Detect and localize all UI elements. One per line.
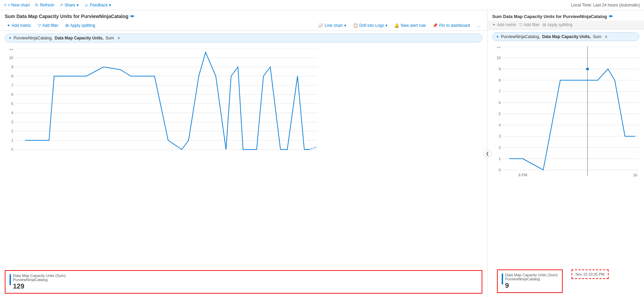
right-tooltip-bar <box>502 274 503 284</box>
svg-text:8: 8 <box>499 78 501 82</box>
left-toolbar: ✦ Add metric ▽ Add filter ⊞ Apply splitt… <box>0 20 487 31</box>
main-layout: Sum Data Map Capacity Units for PurviewN… <box>0 10 644 297</box>
feedback-button[interactable]: ☺ Feedback ▾ <box>84 3 111 7</box>
refresh-icon: ↻ <box>35 3 38 7</box>
svg-text:6: 6 <box>11 92 13 97</box>
tag-metric-icon: ✦ <box>9 36 12 40</box>
add-filter-button[interactable]: ▽ Add filter <box>36 22 60 29</box>
svg-text:11: 11 <box>497 47 501 49</box>
right-tooltip-value: 9 <box>505 282 558 290</box>
svg-text:2: 2 <box>499 145 501 150</box>
right-add-filter-button: ▽ Add filter <box>519 22 540 27</box>
top-bar: + + New chart ↻ Refresh ↗ Share ▾ ☺ Feed… <box>0 0 644 10</box>
chevron-down-icon: ▾ <box>109 3 111 7</box>
alert-icon: 🔔 <box>394 23 399 28</box>
drill-logs-button[interactable]: 📋 Drill into Logs ▾ <box>351 22 390 29</box>
tooltip-series-label: Data Map Capacity Units (Sum) <box>13 274 66 278</box>
right-tooltip-series: Data Map Capacity Units (Sum) PurviewNin… <box>502 273 558 290</box>
left-chart-svg: 11 10 9 8 7 6 5 4 3 2 1 0 6 PM <box>5 49 318 151</box>
filter-icon: ▽ <box>38 23 41 28</box>
split-icon: ⊞ <box>65 23 69 28</box>
left-edit-icon[interactable]: ✏ <box>130 14 134 19</box>
drill-icon: 📋 <box>353 23 358 28</box>
svg-text:6: 6 <box>499 101 501 105</box>
svg-text:11: 11 <box>9 49 13 51</box>
svg-text:9: 9 <box>499 67 501 71</box>
plus-icon: + <box>4 3 6 7</box>
left-tooltip: Data Map Capacity Units (Sum) PurviewNin… <box>5 270 482 294</box>
svg-text:2: 2 <box>11 129 13 133</box>
metric-icon: ✦ <box>7 23 10 28</box>
metric-tag-close[interactable]: × <box>117 35 120 41</box>
svg-text:5: 5 <box>11 102 13 106</box>
share-button[interactable]: ↗ Share ▾ <box>60 3 79 7</box>
right-toolbar: ✦ Add metric ▽ Add filter ⊞ Apply splitt… <box>487 20 644 30</box>
refresh-button[interactable]: ↻ Refresh <box>35 3 54 7</box>
right-panel-title: Sum Data Map Capacity Units for PurviewN… <box>487 10 644 20</box>
chevron-down-icon: ▾ <box>385 23 387 28</box>
right-tooltip-row: Data Map Capacity Units (Sum) PurviewNin… <box>492 267 639 295</box>
apply-splitting-button[interactable]: ⊞ Apply splitting <box>63 22 97 29</box>
svg-text:0: 0 <box>499 168 501 172</box>
pin-dashboard-button[interactable]: 📌 Pin to dashboard <box>431 22 472 29</box>
tooltip-series: Data Map Capacity Units (Sum) PurviewNin… <box>10 274 478 290</box>
svg-line-24 <box>309 147 316 150</box>
right-tooltip-content: Data Map Capacity Units (Sum) PurviewNin… <box>505 273 558 290</box>
share-icon: ↗ <box>60 3 63 7</box>
svg-text:10: 10 <box>497 56 501 60</box>
svg-point-55 <box>586 67 589 71</box>
svg-text:3: 3 <box>499 134 501 138</box>
right-metric-icon: ✦ <box>492 22 496 27</box>
new-alert-rule-button[interactable]: 🔔 New alert rule <box>392 22 428 29</box>
svg-text:9: 9 <box>11 65 13 69</box>
svg-text:4: 4 <box>499 123 501 127</box>
new-chart-button[interactable]: + + New chart <box>4 3 30 7</box>
svg-text:4: 4 <box>11 111 13 115</box>
right-chart-svg: 11 10 9 8 7 6 5 4 3 2 1 0 6 PM <box>492 47 639 182</box>
right-tooltip-series-label: Data Map Capacity Units (Sum) <box>505 273 558 277</box>
svg-text:8: 8 <box>11 74 13 78</box>
tooltip-bar <box>10 274 11 285</box>
toolbar-right: 📈 Line chart ▾ 📋 Drill into Logs ▾ 🔔 New… <box>316 22 482 29</box>
svg-text:7: 7 <box>11 83 13 87</box>
add-metric-button[interactable]: ✦ Add metric <box>5 22 33 29</box>
svg-text:7: 7 <box>499 89 501 93</box>
right-tag-icon: ✦ <box>496 35 499 39</box>
line-chart-icon: 📈 <box>318 23 323 28</box>
right-filter-icon: ▽ <box>519 22 522 27</box>
time-range-label: Local Time: Last 24 hours (Automatic) <box>571 3 640 7</box>
right-edit-icon[interactable]: ✏ <box>609 14 613 19</box>
svg-text:10: 10 <box>9 56 13 60</box>
top-bar-left: + + New chart ↻ Refresh ↗ Share ▾ ☺ Feed… <box>4 3 111 7</box>
svg-text:3: 3 <box>11 120 13 124</box>
line-chart-button[interactable]: 📈 Line chart ▾ <box>316 22 348 29</box>
more-options-button[interactable]: ... <box>475 22 482 29</box>
left-panel: Sum Data Map Capacity Units for PurviewN… <box>0 10 487 297</box>
tooltip-content: Data Map Capacity Units (Sum) PurviewNin… <box>13 274 66 290</box>
right-chart-area: 11 10 9 8 7 6 5 4 3 2 1 0 6 PM <box>487 44 644 265</box>
left-chart-area: 11 10 9 8 7 6 5 4 3 2 1 0 6 PM <box>0 45 487 267</box>
right-date-tooltip: Nov 15 10:35 PM <box>571 269 609 279</box>
tooltip-value: 129 <box>13 282 66 290</box>
feedback-icon: ☺ <box>84 3 88 7</box>
right-metric-tag-close[interactable]: × <box>605 34 608 39</box>
svg-text:0: 0 <box>11 147 13 151</box>
left-panel-title: Sum Data Map Capacity Units for PurviewN… <box>0 10 487 20</box>
left-metric-tag: ✦ PurviewNinjaCatalog, Data Map Capacity… <box>5 34 482 42</box>
tooltip-resource-label: PurviewNinjaCatalog <box>13 278 66 282</box>
right-tooltip: Data Map Capacity Units (Sum) PurviewNin… <box>497 269 563 293</box>
chevron-down-icon: ▾ <box>344 23 346 28</box>
right-panel: Sum Data Map Capacity Units for PurviewN… <box>487 10 644 297</box>
collapse-panel-button[interactable]: ❮ <box>483 150 492 158</box>
right-apply-splitting-button: ⊞ Apply splitting <box>543 22 573 27</box>
right-metric-tag: ✦ PurviewNinjaCatalog, Data Map Capacity… <box>492 32 639 41</box>
svg-text:1: 1 <box>499 157 501 161</box>
svg-text:16: 16 <box>633 173 637 177</box>
svg-text:1: 1 <box>11 138 13 142</box>
svg-text:5: 5 <box>499 112 501 116</box>
right-add-metric-button: ✦ Add metric <box>492 22 516 27</box>
chevron-down-icon: ▾ <box>77 3 79 7</box>
right-tooltip-resource-label: PurviewNinjaCatalog <box>505 277 558 281</box>
right-split-icon: ⊞ <box>543 22 546 27</box>
svg-text:6 PM: 6 PM <box>518 173 527 177</box>
